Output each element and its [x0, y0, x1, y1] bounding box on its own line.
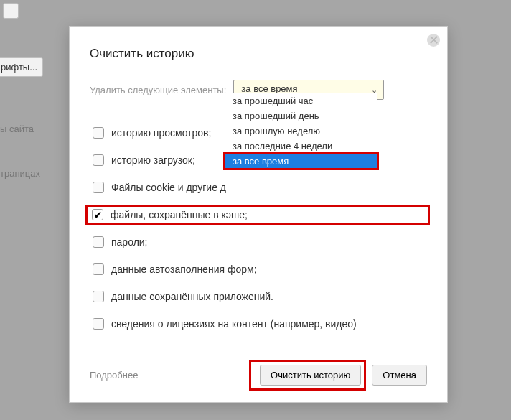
checkbox-history[interactable]: [93, 127, 104, 139]
checkbox-licenses[interactable]: [93, 318, 104, 330]
list-item[interactable]: данные сохранённых приложений.: [90, 289, 427, 304]
list-item[interactable]: пароли;: [90, 235, 427, 249]
checkbox-passwords[interactable]: [93, 236, 104, 248]
dropdown-item-hour[interactable]: за прошедший час: [225, 93, 377, 108]
item-label: файлы, сохранённые в кэше;: [111, 209, 248, 220]
list-item[interactable]: сведения о лицензиях на контент (наприме…: [90, 317, 427, 331]
item-label: сведения о лицензиях на контент (наприме…: [111, 318, 357, 330]
clear-button-highlight: Очистить историю: [249, 360, 366, 391]
checkbox-downloads[interactable]: [93, 154, 104, 166]
list-item[interactable]: Файлы cookie и другие д: [90, 180, 427, 195]
background-corner: [3, 3, 19, 19]
clear-history-dialog: ✕ Очистить историю Удалить следующие эле…: [69, 26, 448, 403]
time-range-value: за все время: [241, 83, 297, 94]
background-text-pages: траницах: [0, 168, 40, 179]
close-icon[interactable]: ✕: [427, 34, 440, 47]
item-label: данные автозаполнения форм;: [111, 263, 257, 275]
item-label: историю просмотров;: [111, 127, 211, 139]
checkbox-appdata[interactable]: [93, 291, 104, 302]
time-range-label: Удалить следующие элементы:: [90, 85, 226, 95]
background-text-site: ы сайта: [0, 123, 34, 134]
dropdown-item-week[interactable]: за прошлую неделю: [225, 123, 377, 139]
more-link[interactable]: Подробнее: [90, 370, 138, 381]
dialog-footer: Подробнее Очистить историю Отмена: [90, 360, 427, 391]
item-label: пароли;: [111, 236, 148, 248]
time-range-dropdown[interactable]: за прошедший час за прошедший день за пр…: [225, 93, 377, 169]
item-label: данные сохранённых приложений.: [111, 291, 273, 302]
item-label: Файлы cookie и другие д: [111, 182, 226, 193]
item-label: историю загрузок;: [111, 154, 195, 166]
divider: [90, 411, 427, 411]
clear-history-button[interactable]: Очистить историю: [260, 365, 361, 386]
list-item-cache[interactable]: ✔ файлы, сохранённые в кэше;: [85, 205, 430, 225]
dialog-title: Очистить историю: [90, 47, 427, 61]
list-item[interactable]: данные автозаполнения форм;: [90, 262, 427, 276]
background-fonts-button[interactable]: рифты...: [0, 57, 43, 77]
dropdown-item-4weeks[interactable]: за последние 4 недели: [225, 139, 377, 154]
checkbox-cookies[interactable]: [93, 182, 104, 193]
cancel-button[interactable]: Отмена: [372, 365, 427, 386]
checkbox-cache[interactable]: ✔: [92, 209, 103, 220]
checkbox-autofill[interactable]: [93, 263, 104, 275]
dropdown-item-alltime[interactable]: за все время: [225, 154, 377, 169]
dropdown-item-day[interactable]: за прошедший день: [225, 108, 377, 123]
